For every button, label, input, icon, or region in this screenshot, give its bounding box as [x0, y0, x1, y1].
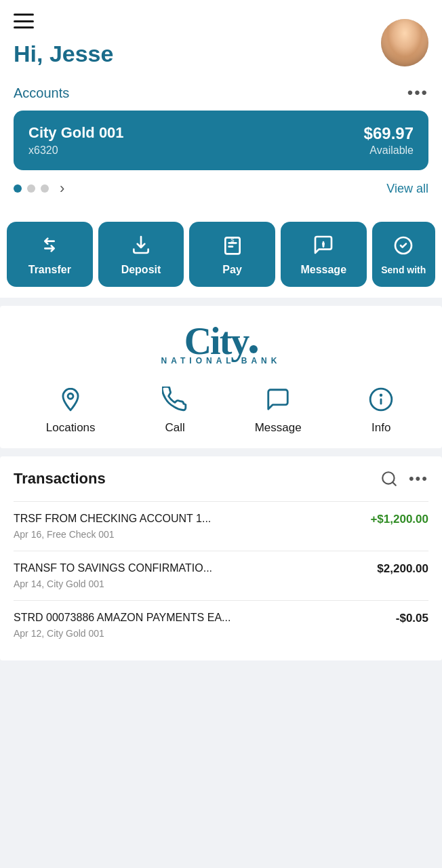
view-all-button[interactable]: View all — [386, 182, 428, 196]
dot-1[interactable] — [14, 184, 22, 193]
locations-label: Locations — [46, 421, 96, 435]
transaction-name: STRD 00073886 AMAZON PAYMENTS EA... — [14, 612, 230, 624]
bank-section: City NATIONAL BANK Locations — [0, 306, 442, 448]
transactions-more-button[interactable]: ••• — [409, 470, 428, 488]
bank-logo-dot — [249, 345, 258, 353]
account-balance: $69.97 Available — [364, 124, 414, 157]
transaction-name: TRSF FROM CHECKING ACCOUNT 1... — [14, 513, 211, 525]
svg-point-8 — [68, 393, 73, 399]
header: Hi, Jesse — [0, 0, 442, 78]
table-row[interactable]: TRSF FROM CHECKING ACCOUNT 1... +$1,200.… — [14, 501, 428, 551]
balance-label: Available — [364, 144, 414, 157]
pagination-next[interactable]: › — [60, 180, 64, 197]
message-label: Message — [300, 264, 346, 276]
chat-plus-icon — [263, 384, 293, 414]
transfer-button[interactable]: Transfer — [7, 222, 93, 287]
dot-3[interactable] — [41, 184, 49, 193]
deposit-icon — [129, 233, 153, 257]
info-label: Info — [371, 421, 390, 435]
accounts-more-button[interactable]: ••• — [407, 83, 428, 102]
message-button[interactable]: Message — [281, 222, 367, 287]
balance-amount: $69.97 — [364, 124, 414, 143]
locations-button[interactable]: Locations — [46, 384, 96, 435]
info-circle-icon — [366, 384, 396, 414]
transactions-section: Transactions ••• TRSF FROM CHECKING ACCO… — [0, 456, 442, 660]
pay-icon: $ — [220, 233, 245, 257]
transactions-title: Transactions — [14, 470, 106, 488]
call-label: Call — [165, 421, 184, 435]
svg-line-16 — [393, 482, 396, 486]
transaction-amount: $2,200.00 — [377, 562, 428, 576]
menu-button[interactable] — [14, 14, 34, 28]
send-with-button[interactable]: Send with — [372, 222, 435, 287]
bank-message-button[interactable]: Message — [255, 384, 302, 435]
table-row[interactable]: STRD 00073886 AMAZON PAYMENTS EA... -$0.… — [14, 600, 428, 650]
account-number: x6320 — [28, 144, 124, 157]
send-with-icon — [391, 233, 416, 258]
call-button[interactable]: Call — [160, 384, 190, 435]
bank-logo-subtitle: NATIONAL BANK — [161, 356, 281, 366]
transfer-label: Transfer — [28, 264, 71, 276]
deposit-label: Deposit — [121, 264, 161, 276]
transaction-meta: Apr 16, Free Check 001 — [14, 529, 428, 540]
transactions-icons: ••• — [380, 470, 428, 488]
deposit-button[interactable]: Deposit — [98, 222, 184, 287]
avatar[interactable] — [381, 19, 428, 66]
accounts-header: Accounts ••• — [14, 78, 428, 111]
transaction-meta: Apr 14, City Gold 001 — [14, 578, 428, 589]
dot-2[interactable] — [27, 184, 35, 193]
bank-message-label: Message — [255, 421, 302, 435]
transaction-meta: Apr 12, City Gold 001 — [14, 628, 428, 639]
pagination: › View all — [14, 170, 428, 200]
transaction-name: TRANSF TO SAVINGS CONFIRMATIO... — [14, 562, 212, 574]
transaction-amount: -$0.05 — [396, 612, 428, 625]
svg-text:$: $ — [230, 237, 235, 243]
accounts-section: Accounts ••• City Gold 001 x6320 $69.97 … — [0, 78, 442, 211]
transactions-header: Transactions ••• — [14, 470, 428, 488]
bank-actions: Locations Call Message — [14, 384, 428, 435]
transactions-list: TRSF FROM CHECKING ACCOUNT 1... +$1,200.… — [14, 501, 428, 660]
phone-icon — [160, 384, 190, 414]
account-info: City Gold 001 x6320 — [28, 124, 124, 157]
pay-label: Pay — [222, 264, 241, 276]
account-name: City Gold 001 — [28, 124, 124, 142]
pagination-dots — [14, 184, 49, 193]
location-pin-icon — [56, 384, 85, 414]
header-left: Hi, Jesse — [14, 14, 113, 67]
account-card[interactable]: City Gold 001 x6320 $69.97 Available — [14, 111, 428, 170]
info-button[interactable]: Info — [366, 384, 396, 435]
actions-row: Transfer Deposit $ Pay — [0, 211, 442, 298]
bank-logo-city: City — [184, 322, 249, 360]
svg-point-14 — [380, 395, 382, 396]
accounts-label: Accounts — [14, 85, 69, 101]
send-with-label: Send with — [381, 264, 426, 275]
transfer-icon — [37, 233, 62, 257]
greeting-text: Hi, Jesse — [14, 41, 113, 67]
svg-point-6 — [323, 243, 324, 244]
pay-button[interactable]: $ Pay — [189, 222, 275, 287]
table-row[interactable]: TRANSF TO SAVINGS CONFIRMATIO... $2,200.… — [14, 551, 428, 600]
transaction-amount: +$1,200.00 — [370, 513, 428, 526]
search-transactions-button[interactable] — [380, 470, 398, 488]
message-icon — [311, 233, 336, 257]
bank-logo: City NATIONAL BANK — [14, 322, 428, 366]
